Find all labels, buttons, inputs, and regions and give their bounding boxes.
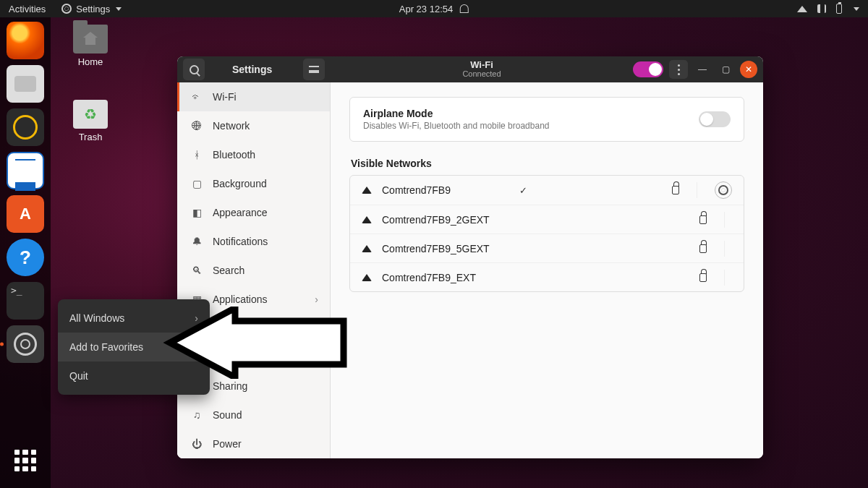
- dock-rhythmbox[interactable]: [7, 108, 44, 146]
- sidebar-item-appearance[interactable]: ◧Appearance: [177, 198, 330, 227]
- sidebar-item-label: Bluetooth: [213, 149, 255, 160]
- dock-libreoffice-writer[interactable]: [7, 152, 44, 189]
- show-applications-button[interactable]: [7, 442, 44, 479]
- desktop-icon-label: Trash: [65, 132, 116, 142]
- app-menu[interactable]: Settings: [61, 4, 122, 14]
- network-name: Comtrend7FB9_2GEXT: [382, 214, 689, 226]
- lock-icon: [672, 186, 679, 194]
- network-row[interactable]: Comtrend7FB9_5GEXT: [350, 234, 744, 262]
- wifi-menu-button[interactable]: [669, 60, 688, 79]
- search-icon: [190, 65, 199, 74]
- dock-help[interactable]: ?: [7, 239, 44, 276]
- sidebar-item-label: Power: [213, 438, 242, 450]
- power-icon: ⏻: [191, 438, 203, 450]
- settings-content: Airplane Mode Disables Wi-Fi, Bluetooth …: [331, 82, 763, 458]
- sidebar-item-notifications[interactable]: 🔔︎Notifications: [177, 227, 330, 256]
- wifi-signal-icon: [362, 216, 372, 223]
- lock-icon: [699, 215, 707, 224]
- primary-menu-button[interactable]: [303, 59, 325, 80]
- wifi-signal-icon: [362, 187, 372, 194]
- dock-settings[interactable]: [7, 325, 44, 363]
- network-row[interactable]: Comtrend7FB9 ✓: [350, 176, 744, 205]
- wifi-signal-icon: [362, 245, 372, 252]
- sidebar-item-label: Appearance: [213, 207, 268, 218]
- trash-icon: [73, 100, 108, 129]
- system-menu-chevron-icon[interactable]: [854, 7, 859, 11]
- sidebar-item-label: Search: [213, 265, 244, 276]
- volume-icon[interactable]: [817, 4, 826, 13]
- clock[interactable]: Apr 23 12:54: [399, 4, 453, 14]
- network-row[interactable]: Comtrend7FB9_2GEXT: [350, 205, 744, 234]
- network-name: Comtrend7FB9: [382, 184, 506, 196]
- wifi-signal-icon: [362, 274, 372, 281]
- sidebar-item-power[interactable]: ⏻Power: [177, 429, 330, 458]
- search-icon: 🔍︎: [191, 265, 203, 276]
- ctx-item-label: Add to Favorites: [69, 341, 143, 353]
- check-icon: ✓: [519, 185, 527, 196]
- titlebar[interactable]: Settings Wi-Fi Connected — ▢ ✕: [177, 56, 763, 82]
- dock-firefox[interactable]: [7, 22, 44, 59]
- display-icon: ▢: [191, 178, 203, 189]
- airplane-title: Airplane Mode: [363, 108, 549, 119]
- maximize-button[interactable]: ▢: [717, 61, 734, 78]
- network-name: Comtrend7FB9_EXT: [382, 272, 689, 283]
- desktop-home-icon[interactable]: Home: [65, 25, 116, 67]
- sidebar-item-background[interactable]: ▢Background: [177, 169, 330, 198]
- airplane-desc: Disables Wi-Fi, Bluetooth and mobile bro…: [363, 121, 549, 131]
- chevron-right-icon: ›: [315, 294, 318, 305]
- header-title: Wi-Fi: [470, 60, 493, 70]
- desktop-trash-icon[interactable]: Trash: [65, 100, 116, 142]
- desktop-icon-label: Home: [65, 56, 116, 67]
- lock-icon: [699, 244, 707, 253]
- music-icon: ♫: [191, 409, 203, 421]
- minimize-button[interactable]: —: [694, 61, 711, 78]
- airplane-toggle[interactable]: [699, 111, 731, 127]
- activities-button[interactable]: Activities: [9, 4, 46, 14]
- folder-home-icon: [73, 25, 108, 53]
- dock-files[interactable]: [7, 65, 44, 103]
- visible-networks-label: Visible Networks: [351, 158, 744, 169]
- ctx-item-label: Quit: [69, 370, 88, 382]
- sidebar-item-search[interactable]: 🔍︎Search: [177, 256, 330, 285]
- dock-ubuntu-software[interactable]: [7, 195, 44, 233]
- settings-window: Settings Wi-Fi Connected — ▢ ✕ ᯤWi-Fi 🌐︎…: [177, 56, 763, 458]
- gear-icon: [61, 4, 72, 14]
- airplane-mode-card: Airplane Mode Disables Wi-Fi, Bluetooth …: [349, 97, 744, 142]
- bell-icon: [460, 4, 469, 13]
- hamburger-icon: [309, 66, 319, 73]
- gear-icon: [718, 185, 728, 195]
- sidebar-item-label: Sharing: [213, 380, 247, 392]
- wifi-icon[interactable]: [797, 6, 807, 12]
- search-button[interactable]: [183, 59, 205, 80]
- sidebar-item-network[interactable]: 🌐︎Network: [177, 111, 330, 140]
- sidebar-item-label: Wi-Fi: [213, 91, 237, 103]
- wifi-master-toggle[interactable]: [633, 61, 663, 77]
- settings-sidebar: ᯤWi-Fi 🌐︎Network ᚼBluetooth ▢Background …: [177, 82, 331, 458]
- network-settings-button[interactable]: [715, 181, 732, 199]
- chevron-down-icon: [116, 7, 122, 11]
- sidebar-item-label: Notifications: [213, 236, 268, 247]
- network-name: Comtrend7FB9_5GEXT: [382, 243, 689, 254]
- sidebar-item-wifi[interactable]: ᯤWi-Fi: [177, 82, 330, 111]
- ctx-item-label: All Windows: [69, 312, 124, 324]
- sidebar-item-label: Background: [213, 178, 267, 189]
- battery-icon[interactable]: [836, 4, 842, 14]
- network-row[interactable]: Comtrend7FB9_EXT: [350, 262, 744, 291]
- close-button[interactable]: ✕: [740, 61, 757, 78]
- wifi-icon: ᯤ: [191, 91, 203, 103]
- sidebar-item-label: Sound: [213, 409, 242, 421]
- bluetooth-icon: ᚼ: [191, 149, 203, 160]
- annotation-arrow: [163, 307, 351, 379]
- sidebar-title: Settings: [232, 64, 272, 75]
- bell-icon: 🔔︎: [191, 236, 203, 247]
- globe-icon: 🌐︎: [191, 120, 203, 132]
- header-subtitle: Connected: [462, 70, 501, 79]
- dock: ?: [0, 17, 51, 488]
- sidebar-item-label: Network: [213, 120, 250, 132]
- top-bar: Activities Settings Apr 23 12:54: [0, 0, 868, 17]
- sidebar-item-sound[interactable]: ♫Sound: [177, 401, 330, 429]
- dock-terminal[interactable]: [7, 282, 44, 320]
- sidebar-item-label: Applications: [213, 294, 268, 305]
- app-menu-label: Settings: [76, 4, 110, 14]
- sidebar-item-bluetooth[interactable]: ᚼBluetooth: [177, 140, 330, 169]
